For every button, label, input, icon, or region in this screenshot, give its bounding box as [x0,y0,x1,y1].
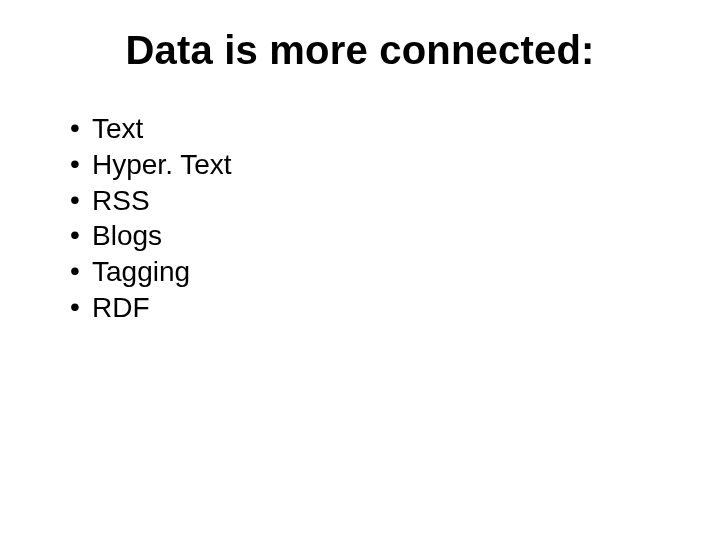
bullet-icon: • [70,217,92,253]
bullet-text: Text [92,111,143,147]
bullet-text: Blogs [92,218,162,254]
bullet-text: RSS [92,183,150,219]
list-item: • Hyper. Text [70,147,670,183]
slide: Data is more connected: • Text • Hyper. … [0,0,720,540]
bullet-icon: • [70,289,92,325]
bullet-icon: • [70,253,92,289]
bullet-text: Hyper. Text [92,147,232,183]
bullet-text: RDF [92,290,150,326]
bullet-list: • Text • Hyper. Text • RSS • Blogs • Tag… [50,111,670,326]
slide-title: Data is more connected: [50,28,670,73]
list-item: • Text [70,111,670,147]
list-item: • RSS [70,183,670,219]
list-item: • Blogs [70,218,670,254]
bullet-icon: • [70,146,92,182]
list-item: • RDF [70,290,670,326]
bullet-icon: • [70,182,92,218]
bullet-text: Tagging [92,254,190,290]
bullet-icon: • [70,110,92,146]
list-item: • Tagging [70,254,670,290]
